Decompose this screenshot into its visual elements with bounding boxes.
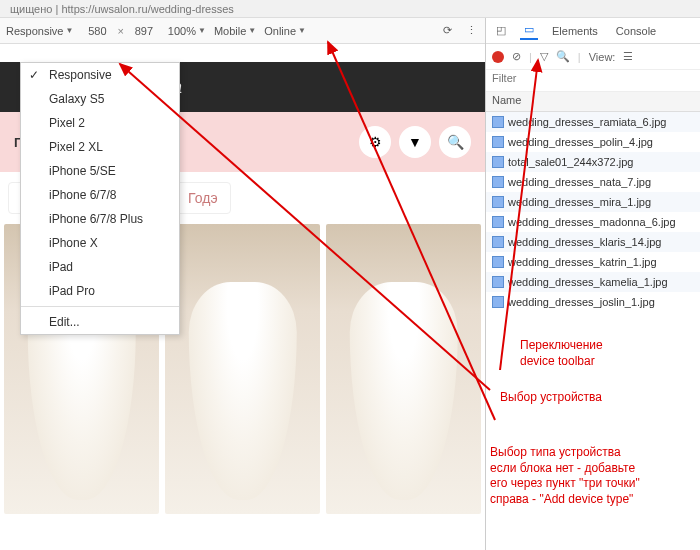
chevron-down-icon: ▼ [248,26,256,35]
record-icon[interactable] [492,51,504,63]
file-icon [492,296,504,308]
file-icon [492,156,504,168]
network-row[interactable]: wedding_dresses_katrin_1.jpg [486,252,700,272]
view-label: View: [589,51,616,63]
file-icon [492,176,504,188]
file-name: total_sale01_244x372.jpg [508,156,633,168]
file-icon [492,216,504,228]
file-name: wedding_dresses_madonna_6.jpg [508,216,676,228]
view-list-icon[interactable]: ☰ [623,50,633,63]
network-list: wedding_dresses_ramiata_6.jpgwedding_dre… [486,112,700,550]
device-menu-item[interactable]: Galaxy S5 [21,87,179,111]
network-row[interactable]: wedding_dresses_joslin_1.jpg [486,292,700,312]
device-toolbar: Responsive ▼ × 100% ▼ Mobile ▼ Online ▼ … [0,18,485,44]
category-tab[interactable]: Годэ [175,182,231,214]
file-name: wedding_dresses_nata_7.jpg [508,176,651,188]
file-icon [492,276,504,288]
file-icon [492,236,504,248]
height-input[interactable] [128,25,160,37]
url-bar: щищено | https://uwsalon.ru/wedding-dres… [0,0,700,18]
inspect-icon[interactable]: ◰ [492,22,510,40]
filter-toggle-icon[interactable]: ▽ [540,50,548,63]
device-dropdown: ResponsiveGalaxy S5Pixel 2Pixel 2 XLiPho… [20,62,180,335]
settings-icon[interactable]: ⚙ [359,126,391,158]
search-icon[interactable]: 🔍 [556,50,570,63]
tab-console[interactable]: Console [612,25,660,37]
network-label: Online [264,25,296,37]
device-toggle-icon[interactable]: ▭ [520,22,538,40]
filter-row [486,70,700,92]
network-row[interactable]: wedding_dresses_ramiata_6.jpg [486,112,700,132]
file-icon [492,256,504,268]
product-image[interactable] [165,224,320,514]
devtools-top-bar: ◰ ▭ Elements Console [486,18,700,44]
network-row[interactable]: wedding_dresses_polin_4.jpg [486,132,700,152]
url-text: https://uwsalon.ru/wedding-dresses [61,3,233,15]
network-selector[interactable]: Online ▼ [264,25,306,37]
dimension-x: × [117,25,123,37]
device-menu-item[interactable]: iPad [21,255,179,279]
network-row[interactable]: wedding_dresses_klaris_14.jpg [486,232,700,252]
zoom-selector[interactable]: 100% ▼ [168,25,206,37]
device-selector[interactable]: Responsive ▼ [6,25,73,37]
name-column-header[interactable]: Name [486,92,700,112]
device-menu-item[interactable]: iPad Pro [21,279,179,303]
url-prefix: щищено | [10,3,58,15]
filter-input[interactable] [492,72,694,84]
search-icon[interactable]: 🔍 [439,126,471,158]
rotate-icon[interactable]: ⟳ [439,24,455,37]
network-row[interactable]: wedding_dresses_nata_7.jpg [486,172,700,192]
file-name: wedding_dresses_joslin_1.jpg [508,296,655,308]
file-name: wedding_dresses_ramiata_6.jpg [508,116,666,128]
file-name: wedding_dresses_mira_1.jpg [508,196,651,208]
network-row[interactable]: wedding_dresses_madonna_6.jpg [486,212,700,232]
network-row[interactable]: wedding_dresses_mira_1.jpg [486,192,700,212]
zoom-label: 100% [168,25,196,37]
file-icon [492,196,504,208]
network-toolbar: ⊘ | ▽ 🔍 | View: ☰ [486,44,700,70]
emulated-viewport: Responsive ▼ × 100% ▼ Mobile ▼ Online ▼ … [0,18,485,550]
product-image[interactable] [326,224,481,514]
file-name: wedding_dresses_kamelia_1.jpg [508,276,668,288]
tab-elements[interactable]: Elements [548,25,602,37]
width-input[interactable] [81,25,113,37]
file-name: wedding_dresses_katrin_1.jpg [508,256,657,268]
file-icon [492,116,504,128]
device-menu-edit[interactable]: Edit... [21,310,179,334]
device-menu-item[interactable]: Responsive [21,63,179,87]
network-row[interactable]: total_sale01_244x372.jpg [486,152,700,172]
device-menu-item[interactable]: iPhone 6/7/8 [21,183,179,207]
network-row[interactable]: wedding_dresses_kamelia_1.jpg [486,272,700,292]
throttle-label: Mobile [214,25,246,37]
chevron-down-icon: ▼ [65,26,73,35]
file-name: wedding_dresses_polin_4.jpg [508,136,653,148]
chevron-down-icon: ▼ [298,26,306,35]
device-label: Responsive [6,25,63,37]
dimensions: × [81,25,159,37]
device-menu-item[interactable]: Pixel 2 [21,111,179,135]
device-menu-item[interactable]: Pixel 2 XL [21,135,179,159]
throttle-selector[interactable]: Mobile ▼ [214,25,256,37]
file-name: wedding_dresses_klaris_14.jpg [508,236,661,248]
chevron-down-icon: ▼ [198,26,206,35]
filter-icon[interactable]: ▼ [399,126,431,158]
device-menu-item[interactable]: iPhone 6/7/8 Plus [21,207,179,231]
more-icon[interactable]: ⋮ [463,24,479,37]
devtools-panel: ◰ ▭ Elements Console ⊘ | ▽ 🔍 | View: ☰ N… [485,18,700,550]
device-menu-item[interactable]: iPhone 5/SE [21,159,179,183]
device-menu-item[interactable]: iPhone X [21,231,179,255]
clear-icon[interactable]: ⊘ [512,50,521,63]
file-icon [492,136,504,148]
